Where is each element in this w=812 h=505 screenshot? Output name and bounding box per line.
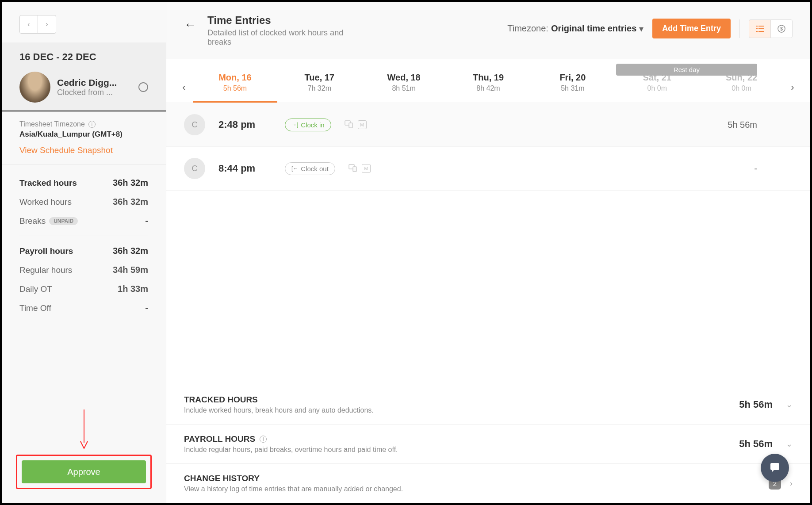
divider — [19, 236, 148, 236]
page-title: Time Entries — [207, 14, 496, 27]
history-section-desc: View a history log of time entries that … — [184, 485, 769, 493]
schedule-snapshot-link[interactable]: View Schedule Snapshot — [19, 145, 148, 155]
unpaid-badge: UNPAID — [49, 217, 78, 225]
user-info: Cedric Digg... Clocked from ... — [57, 77, 132, 97]
entry-time: 2:48 pm — [218, 119, 272, 130]
history-section-title: CHANGE HISTORY — [184, 474, 769, 483]
date-range: 16 DEC - 22 DEC — [2, 42, 166, 67]
page-subtitle: Detailed list of clocked work hours and … — [207, 28, 367, 47]
day-hours: 0h 0m — [615, 84, 699, 92]
dollar-icon: $ — [777, 24, 786, 33]
tracked-hours-section[interactable]: TRACKED HOURS Include worked hours, brea… — [166, 385, 810, 425]
stats-panel: Tracked hours 36h 32m Worked hours 36h 3… — [2, 165, 166, 326]
tracked-section-title: TRACKED HOURS — [184, 395, 739, 405]
timezone-label: Timesheet Timezone i — [19, 120, 148, 128]
manual-icon: M — [358, 120, 367, 129]
svg-rect-12 — [353, 167, 356, 172]
main-content: ← Time Entries Detailed list of clocked … — [166, 2, 810, 503]
device-icon — [349, 164, 357, 172]
clock-in-badge: →]Clock in — [285, 119, 331, 131]
next-day-button[interactable]: › — [784, 82, 801, 93]
entry-time: 8:44 pm — [218, 163, 272, 174]
next-week-button[interactable]: › — [38, 15, 56, 34]
week-nav: ‹ › — [2, 2, 166, 42]
chevron-down-icon[interactable]: ⌄ — [786, 400, 793, 409]
approve-wrap: Approve — [2, 440, 166, 503]
breaks-value: - — [145, 216, 148, 226]
annotation-arrow-icon — [80, 409, 88, 449]
day-tab-0[interactable]: Mon, 165h 56m — [193, 73, 277, 103]
cost-view-button[interactable]: $ — [770, 19, 793, 38]
tracked-section-value: 5h 56m — [739, 399, 773, 410]
timeoff-label: Time Off — [19, 303, 51, 313]
prev-day-button[interactable]: ‹ — [175, 82, 193, 93]
day-hours: 7h 32m — [277, 84, 362, 92]
svg-rect-5 — [756, 31, 758, 32]
manual-icon: M — [362, 164, 371, 173]
tracked-section-desc: Include worked hours, break hours and an… — [184, 406, 739, 414]
payroll-section-value: 5h 56m — [739, 438, 773, 450]
day-tab-4[interactable]: Fri, 205h 31m — [530, 73, 615, 103]
day-tab-1[interactable]: Tue, 177h 32m — [277, 73, 362, 103]
chat-fab[interactable] — [761, 454, 789, 482]
day-tab-3[interactable]: Thu, 198h 42m — [446, 73, 531, 103]
timezone-value: Asia/Kuala_Lumpur (GMT+8) — [19, 130, 148, 139]
regular-hours-value: 34h 59m — [113, 265, 148, 275]
approve-button[interactable]: Approve — [22, 460, 146, 483]
daily-ot-label: Daily OT — [19, 284, 52, 294]
payroll-hours-section[interactable]: PAYROLL HOURS i Include regular hours, p… — [166, 425, 810, 464]
svg-text:$: $ — [780, 26, 783, 31]
timezone-selector[interactable]: Timezone: Original time entries ▾ — [507, 23, 643, 34]
user-name: Cedric Digg... — [57, 77, 132, 88]
worked-hours-value: 36h 32m — [113, 197, 148, 207]
svg-rect-4 — [758, 28, 764, 29]
regular-hours-label: Regular hours — [19, 265, 72, 275]
entry-row[interactable]: C8:44 pm[←Clock outM- — [166, 147, 810, 191]
tracked-hours-label: Tracked hours — [19, 178, 77, 188]
info-icon[interactable]: i — [88, 121, 96, 128]
user-avatar — [19, 72, 50, 103]
user-row[interactable]: Cedric Digg... Clocked from ... — [2, 67, 166, 111]
day-name: Mon, 16 — [193, 73, 277, 83]
day-name: Tue, 17 — [277, 73, 362, 83]
entry-row[interactable]: C2:48 pm→]Clock inM5h 56m — [166, 103, 810, 147]
info-icon[interactable]: i — [260, 436, 267, 443]
day-tab-5[interactable]: Sat, 210h 0m — [615, 73, 699, 103]
svg-rect-1 — [756, 26, 758, 27]
chevron-down-icon[interactable]: ⌄ — [786, 439, 793, 449]
entries-list: C2:48 pm→]Clock inM5h 56mC8:44 pm[←Clock… — [166, 103, 810, 385]
payroll-hours-label: Payroll hours — [19, 246, 73, 256]
payroll-section-title: PAYROLL HOURS i — [184, 434, 739, 444]
timezone-section: Timesheet Timezone i Asia/Kuala_Lumpur (… — [2, 111, 166, 165]
change-history-section[interactable]: CHANGE HISTORY View a history log of tim… — [166, 464, 810, 503]
days-header: Rest day ‹ Mon, 165h 56mTue, 177h 32mWed… — [166, 59, 810, 103]
rest-day-badge: Rest day — [616, 64, 757, 76]
day-hours: 5h 31m — [530, 84, 615, 92]
chevron-right-icon[interactable]: › — [790, 479, 793, 488]
entry-meta-icons: M — [349, 164, 371, 173]
device-icon — [345, 120, 353, 128]
day-name: Thu, 19 — [446, 73, 531, 83]
day-hours: 0h 0m — [699, 84, 784, 92]
list-icon — [756, 25, 764, 32]
prev-week-button[interactable]: ‹ — [19, 15, 38, 34]
day-tab-2[interactable]: Wed, 188h 51m — [362, 73, 446, 103]
entry-duration: - — [754, 164, 757, 174]
day-name: Wed, 18 — [362, 73, 446, 83]
clock-out-badge: [←Clock out — [285, 162, 335, 175]
summary-sections: TRACKED HOURS Include worked hours, brea… — [166, 385, 810, 503]
add-time-entry-button[interactable]: Add Time Entry — [652, 19, 731, 38]
sidebar: ‹ › 16 DEC - 22 DEC Cedric Digg... Clock… — [2, 2, 166, 503]
tracked-hours-value: 36h 32m — [113, 178, 148, 188]
list-view-button[interactable] — [749, 19, 771, 38]
approve-highlight: Approve — [16, 455, 152, 489]
entry-avatar: C — [184, 158, 205, 179]
chat-icon — [768, 461, 782, 475]
user-select-radio[interactable] — [138, 82, 148, 92]
day-tab-6[interactable]: Sun, 220h 0m — [699, 73, 784, 103]
entry-duration: 5h 56m — [728, 120, 757, 130]
svg-rect-6 — [758, 31, 764, 32]
back-arrow-icon[interactable]: ← — [184, 18, 196, 32]
day-hours: 5h 56m — [193, 84, 277, 92]
day-name: Fri, 20 — [530, 73, 615, 83]
